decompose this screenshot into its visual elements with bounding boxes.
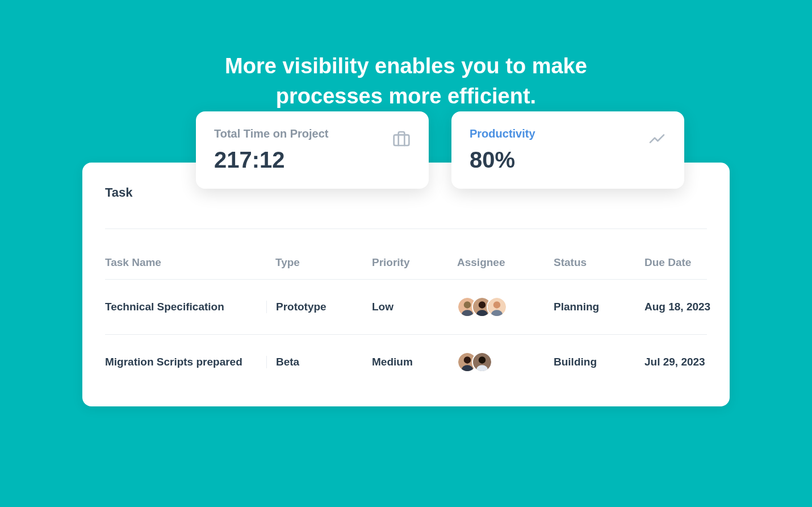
cell-assignee	[457, 352, 554, 372]
stat-card-time: Total Time on Project 217:12	[196, 111, 429, 189]
briefcase-icon	[392, 130, 411, 150]
svg-point-5	[479, 302, 485, 309]
cell-assignee	[457, 297, 554, 317]
task-title: Task	[105, 185, 707, 229]
cell-type: Beta	[266, 356, 372, 368]
cell-name: Technical Specification	[105, 301, 275, 313]
task-table: Task Name Type Priority Assignee Status …	[105, 246, 707, 389]
col-header-type: Type	[275, 256, 372, 269]
table-row[interactable]: Technical Specification Prototype Low	[105, 280, 707, 335]
page-headline: More visibility enables you to make proc…	[179, 0, 633, 111]
cell-name: Migration Scripts prepared	[105, 356, 275, 368]
avatar-group	[457, 297, 554, 317]
col-header-status: Status	[554, 256, 644, 269]
productivity-label: Productivity	[470, 127, 535, 140]
trend-icon	[648, 130, 666, 150]
col-header-assignee: Assignee	[457, 256, 554, 269]
time-label: Total Time on Project	[214, 127, 329, 140]
svg-point-11	[464, 357, 471, 364]
productivity-value: 80%	[470, 147, 535, 173]
stat-card-productivity: Productivity 80%	[451, 111, 684, 189]
svg-point-8	[493, 302, 500, 309]
stat-cards-row: Total Time on Project 217:12 Productivit…	[196, 111, 684, 189]
cell-duedate: Aug 18, 2023	[644, 301, 730, 313]
svg-rect-0	[394, 135, 409, 146]
avatar	[472, 352, 492, 372]
cell-status: Building	[554, 356, 644, 368]
cell-priority: Medium	[372, 356, 457, 368]
cell-priority: Low	[372, 301, 457, 313]
cell-type: Prototype	[266, 301, 372, 313]
svg-point-14	[479, 357, 485, 364]
cell-duedate: Jul 29, 2023	[644, 356, 730, 368]
avatar-group	[457, 352, 554, 372]
svg-point-2	[464, 302, 471, 309]
time-value: 217:12	[214, 147, 329, 173]
cell-status: Planning	[554, 301, 644, 313]
table-header-row: Task Name Type Priority Assignee Status …	[105, 246, 707, 280]
col-header-priority: Priority	[372, 256, 457, 269]
dashboard-container: Total Time on Project 217:12 Productivit…	[82, 163, 730, 406]
table-row[interactable]: Migration Scripts prepared Beta Medium B…	[105, 335, 707, 389]
task-card: Task Task Name Type Priority Assignee St…	[82, 163, 730, 406]
col-header-duedate: Due Date	[644, 256, 730, 269]
avatar	[487, 297, 507, 317]
col-header-name: Task Name	[105, 256, 275, 269]
